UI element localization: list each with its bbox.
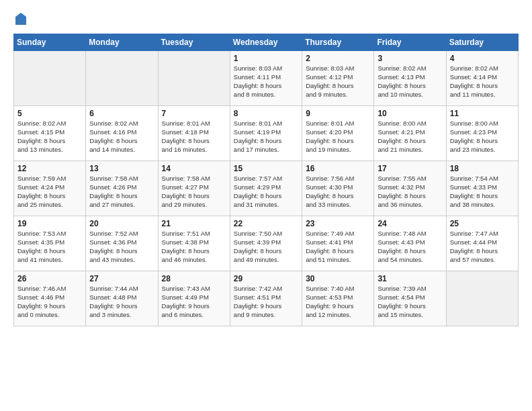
day-info: Sunrise: 7:39 AM Sunset: 4:54 PM Dayligh… (378, 285, 442, 319)
day-number: 23 (306, 219, 370, 228)
day-info: Sunrise: 7:58 AM Sunset: 4:27 PM Dayligh… (162, 175, 226, 209)
day-number: 14 (162, 164, 226, 173)
calendar-cell: 2Sunrise: 8:03 AM Sunset: 4:12 PM Daylig… (302, 51, 374, 106)
day-number: 15 (234, 164, 298, 173)
day-info: Sunrise: 7:46 AM Sunset: 4:46 PM Dayligh… (17, 285, 82, 319)
page: SundayMondayTuesdayWednesdayThursdayFrid… (0, 0, 532, 411)
calendar-cell: 17Sunrise: 7:55 AM Sunset: 4:32 PM Dayli… (374, 161, 446, 216)
calendar-cell: 12Sunrise: 7:59 AM Sunset: 4:24 PM Dayli… (14, 161, 86, 216)
day-info: Sunrise: 7:59 AM Sunset: 4:24 PM Dayligh… (17, 175, 82, 209)
day-info: Sunrise: 7:58 AM Sunset: 4:26 PM Dayligh… (89, 175, 154, 209)
weekday-header-friday: Friday (374, 34, 446, 51)
day-number: 16 (306, 164, 370, 173)
day-info: Sunrise: 7:47 AM Sunset: 4:44 PM Dayligh… (450, 230, 515, 264)
day-number: 20 (89, 219, 154, 228)
calendar-cell: 23Sunrise: 7:49 AM Sunset: 4:41 PM Dayli… (302, 216, 374, 271)
calendar-cell: 14Sunrise: 7:58 AM Sunset: 4:27 PM Dayli… (158, 161, 230, 216)
day-info: Sunrise: 8:01 AM Sunset: 4:19 PM Dayligh… (234, 120, 298, 154)
day-info: Sunrise: 8:00 AM Sunset: 4:23 PM Dayligh… (450, 120, 515, 154)
calendar-cell: 16Sunrise: 7:56 AM Sunset: 4:30 PM Dayli… (302, 161, 374, 216)
calendar-cell: 9Sunrise: 8:01 AM Sunset: 4:20 PM Daylig… (302, 106, 374, 161)
weekday-header-saturday: Saturday (446, 34, 518, 51)
day-info: Sunrise: 7:43 AM Sunset: 4:49 PM Dayligh… (162, 285, 226, 319)
calendar-week-1: 1Sunrise: 8:03 AM Sunset: 4:11 PM Daylig… (14, 51, 519, 106)
calendar-cell: 24Sunrise: 7:48 AM Sunset: 4:43 PM Dayli… (374, 216, 446, 271)
day-number: 6 (89, 109, 154, 118)
day-info: Sunrise: 7:54 AM Sunset: 4:33 PM Dayligh… (450, 175, 515, 209)
day-info: Sunrise: 7:42 AM Sunset: 4:51 PM Dayligh… (234, 285, 298, 319)
calendar-cell (158, 51, 230, 106)
day-info: Sunrise: 7:50 AM Sunset: 4:39 PM Dayligh… (234, 230, 298, 264)
calendar-week-5: 26Sunrise: 7:46 AM Sunset: 4:46 PM Dayli… (14, 271, 519, 326)
day-number: 8 (234, 109, 298, 118)
day-info: Sunrise: 8:02 AM Sunset: 4:13 PM Dayligh… (378, 64, 442, 99)
calendar-cell: 10Sunrise: 8:00 AM Sunset: 4:21 PM Dayli… (374, 106, 446, 161)
calendar-cell: 21Sunrise: 7:51 AM Sunset: 4:38 PM Dayli… (158, 216, 230, 271)
calendar-cell: 11Sunrise: 8:00 AM Sunset: 4:23 PM Dayli… (446, 106, 518, 161)
calendar-cell (14, 51, 86, 106)
day-info: Sunrise: 7:40 AM Sunset: 4:53 PM Dayligh… (306, 285, 370, 319)
weekday-header-sunday: Sunday (14, 34, 86, 51)
day-info: Sunrise: 7:49 AM Sunset: 4:41 PM Dayligh… (306, 230, 370, 264)
day-info: Sunrise: 7:44 AM Sunset: 4:48 PM Dayligh… (89, 285, 154, 319)
calendar-week-4: 19Sunrise: 7:53 AM Sunset: 4:35 PM Dayli… (14, 216, 519, 271)
calendar-cell: 20Sunrise: 7:52 AM Sunset: 4:36 PM Dayli… (86, 216, 158, 271)
calendar-week-3: 12Sunrise: 7:59 AM Sunset: 4:24 PM Dayli… (14, 161, 519, 216)
calendar-cell (446, 271, 518, 326)
day-number: 31 (378, 274, 442, 283)
calendar-cell: 1Sunrise: 8:03 AM Sunset: 4:11 PM Daylig… (230, 51, 302, 106)
calendar-cell: 18Sunrise: 7:54 AM Sunset: 4:33 PM Dayli… (446, 161, 518, 216)
weekday-header-tuesday: Tuesday (158, 34, 230, 51)
calendar-cell: 13Sunrise: 7:58 AM Sunset: 4:26 PM Dayli… (86, 161, 158, 216)
day-info: Sunrise: 8:01 AM Sunset: 4:20 PM Dayligh… (306, 120, 370, 154)
day-number: 25 (450, 219, 515, 228)
day-number: 28 (162, 274, 226, 283)
day-info: Sunrise: 7:56 AM Sunset: 4:30 PM Dayligh… (306, 175, 370, 209)
day-info: Sunrise: 8:02 AM Sunset: 4:14 PM Dayligh… (450, 64, 515, 99)
day-info: Sunrise: 8:02 AM Sunset: 4:16 PM Dayligh… (89, 120, 154, 154)
calendar-cell: 25Sunrise: 7:47 AM Sunset: 4:44 PM Dayli… (446, 216, 518, 271)
calendar-cell: 19Sunrise: 7:53 AM Sunset: 4:35 PM Dayli… (14, 216, 86, 271)
day-number: 2 (306, 54, 370, 63)
day-number: 18 (450, 164, 515, 173)
weekday-header-wednesday: Wednesday (230, 34, 302, 51)
day-number: 22 (234, 219, 298, 228)
calendar-cell: 31Sunrise: 7:39 AM Sunset: 4:54 PM Dayli… (374, 271, 446, 326)
day-number: 1 (234, 54, 298, 63)
day-number: 21 (162, 219, 226, 228)
day-number: 29 (234, 274, 298, 283)
day-info: Sunrise: 7:52 AM Sunset: 4:36 PM Dayligh… (89, 230, 154, 264)
day-info: Sunrise: 8:03 AM Sunset: 4:12 PM Dayligh… (306, 64, 370, 99)
logo-icon (14, 11, 28, 26)
day-number: 4 (450, 54, 515, 63)
calendar-cell: 28Sunrise: 7:43 AM Sunset: 4:49 PM Dayli… (158, 271, 230, 326)
calendar-cell: 5Sunrise: 8:02 AM Sunset: 4:15 PM Daylig… (14, 106, 86, 161)
calendar-cell: 4Sunrise: 8:02 AM Sunset: 4:14 PM Daylig… (446, 51, 518, 106)
calendar-cell: 27Sunrise: 7:44 AM Sunset: 4:48 PM Dayli… (86, 271, 158, 326)
calendar-cell: 30Sunrise: 7:40 AM Sunset: 4:53 PM Dayli… (302, 271, 374, 326)
day-number: 13 (89, 164, 154, 173)
day-number: 27 (89, 274, 154, 283)
day-number: 5 (17, 109, 82, 118)
day-number: 10 (378, 109, 442, 118)
day-number: 26 (17, 274, 82, 283)
weekday-header-thursday: Thursday (302, 34, 374, 51)
header (13, 11, 519, 27)
day-number: 3 (378, 54, 442, 63)
day-number: 17 (378, 164, 442, 173)
calendar: SundayMondayTuesdayWednesdayThursdayFrid… (13, 34, 519, 326)
logo (13, 11, 29, 27)
calendar-cell: 7Sunrise: 8:01 AM Sunset: 4:18 PM Daylig… (158, 106, 230, 161)
calendar-cell: 26Sunrise: 7:46 AM Sunset: 4:46 PM Dayli… (14, 271, 86, 326)
day-info: Sunrise: 8:00 AM Sunset: 4:21 PM Dayligh… (378, 120, 442, 154)
day-info: Sunrise: 7:51 AM Sunset: 4:38 PM Dayligh… (162, 230, 226, 264)
day-info: Sunrise: 8:02 AM Sunset: 4:15 PM Dayligh… (17, 120, 82, 154)
calendar-cell (86, 51, 158, 106)
day-info: Sunrise: 8:01 AM Sunset: 4:18 PM Dayligh… (162, 120, 226, 154)
calendar-cell: 8Sunrise: 8:01 AM Sunset: 4:19 PM Daylig… (230, 106, 302, 161)
calendar-cell: 22Sunrise: 7:50 AM Sunset: 4:39 PM Dayli… (230, 216, 302, 271)
day-number: 9 (306, 109, 370, 118)
day-info: Sunrise: 7:57 AM Sunset: 4:29 PM Dayligh… (234, 175, 298, 209)
calendar-cell: 15Sunrise: 7:57 AM Sunset: 4:29 PM Dayli… (230, 161, 302, 216)
day-info: Sunrise: 7:55 AM Sunset: 4:32 PM Dayligh… (378, 175, 442, 209)
